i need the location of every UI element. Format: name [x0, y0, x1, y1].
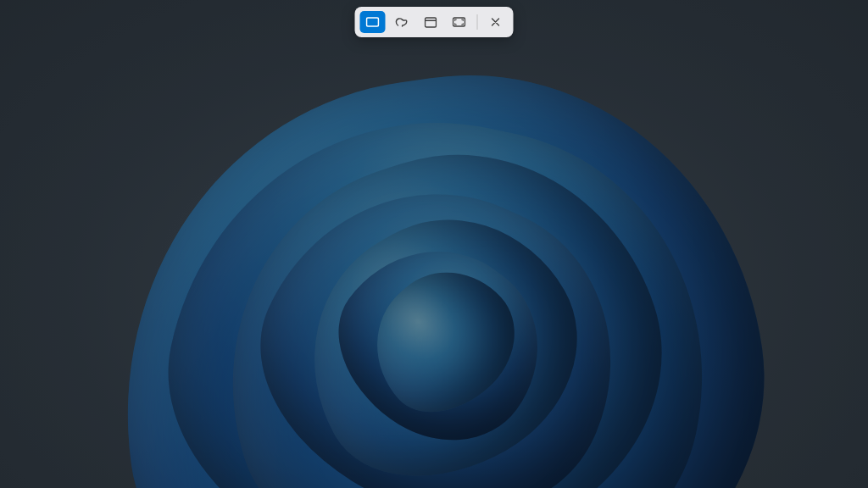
svg-rect-0	[367, 18, 379, 26]
close-button[interactable]	[483, 11, 509, 33]
svg-rect-1	[425, 18, 436, 27]
rectangular-snip-button[interactable]	[360, 11, 386, 33]
window-icon	[424, 17, 437, 28]
freeform-icon	[395, 16, 409, 28]
snipping-tool-toolbar	[355, 7, 514, 37]
freeform-snip-button[interactable]	[389, 11, 415, 33]
close-icon	[491, 17, 501, 27]
rectangle-icon	[366, 17, 380, 27]
fullscreen-icon	[453, 17, 466, 27]
screen-dim-overlay	[0, 0, 868, 488]
toolbar-divider	[477, 14, 478, 30]
window-snip-button[interactable]	[418, 11, 443, 33]
fullscreen-snip-button[interactable]	[447, 11, 472, 33]
